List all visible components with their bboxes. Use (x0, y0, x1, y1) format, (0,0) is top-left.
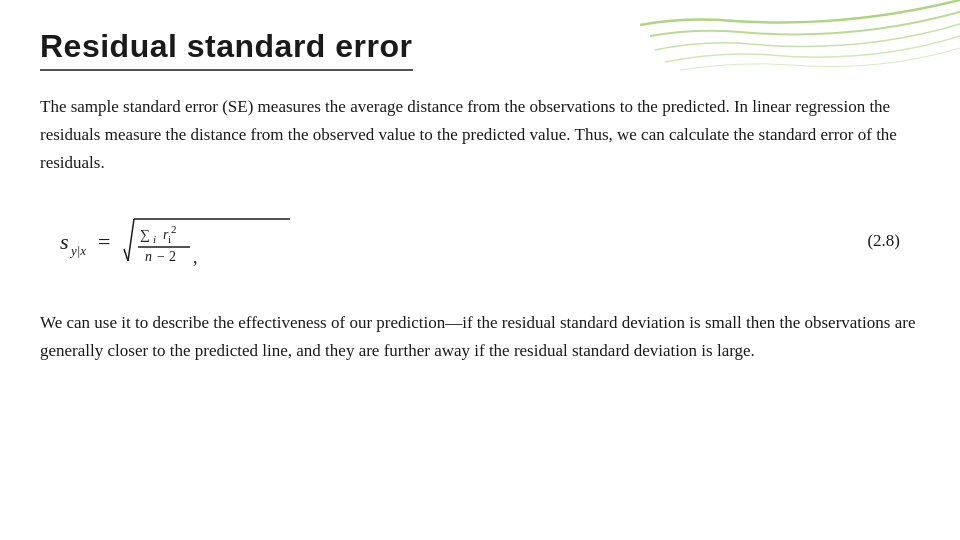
formula-svg: s y|x = ∑ i r 2 i n − 2 (60, 211, 340, 271)
svg-text:i: i (153, 233, 156, 245)
svg-text:2: 2 (171, 223, 177, 235)
svg-text:2: 2 (169, 249, 176, 264)
second-paragraph: We can use it to describe the effectiven… (40, 309, 920, 365)
page-title: Residual standard error (40, 28, 413, 71)
svg-text:=: = (98, 229, 110, 254)
main-content: Residual standard error The sample stand… (0, 0, 960, 385)
svg-text:s: s (60, 229, 69, 254)
formula-block: s y|x = ∑ i r 2 i n − 2 (40, 201, 920, 281)
svg-text:y|x: y|x (69, 243, 86, 258)
svg-text:∑: ∑ (140, 227, 150, 242)
svg-text:−: − (157, 249, 165, 264)
svg-text:i: i (168, 233, 171, 245)
svg-line-3 (124, 249, 128, 261)
svg-line-4 (128, 219, 134, 261)
svg-text:n: n (145, 249, 152, 264)
formula-equation: s y|x = ∑ i r 2 i n − 2 (60, 211, 340, 271)
first-paragraph: The sample standard error (SE) measures … (40, 93, 920, 177)
svg-text:,: , (193, 247, 198, 267)
formula-number: (2.8) (867, 231, 900, 251)
